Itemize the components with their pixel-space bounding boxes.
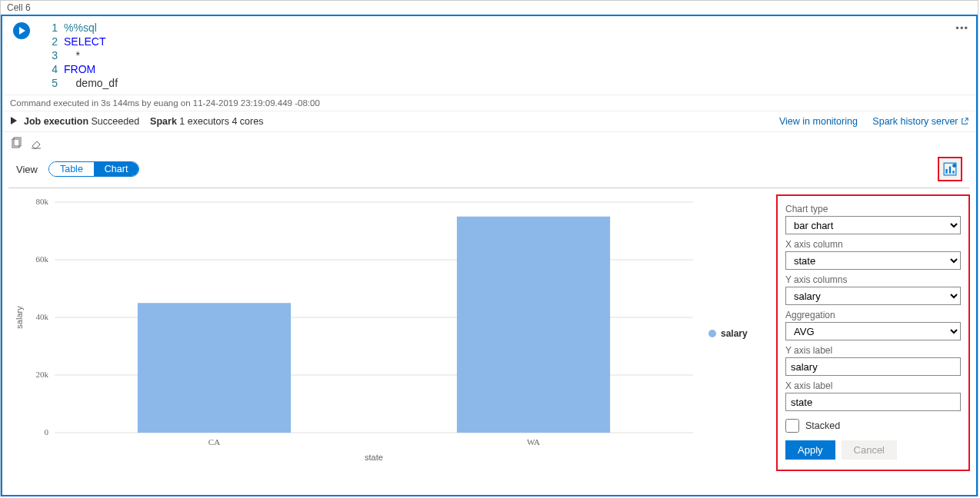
svg-rect-17 — [138, 303, 291, 433]
view-toggle: Table Chart — [48, 161, 139, 177]
more-menu-button[interactable]: ••• — [955, 22, 968, 34]
chart-type-select[interactable]: bar chart — [785, 216, 961, 234]
execution-status-text: Command executed in 3s 144ms by euang on… — [2, 95, 976, 111]
cancel-button[interactable]: Cancel — [842, 440, 897, 460]
external-link-icon — [961, 118, 968, 125]
svg-text:CA: CA — [208, 437, 220, 447]
svg-rect-3 — [945, 169, 947, 174]
svg-point-6 — [952, 164, 956, 168]
chart-config-panel: Chart type bar chart X axis column state… — [776, 194, 970, 471]
svg-rect-19 — [457, 217, 610, 433]
chart-legend: salary — [708, 194, 762, 473]
spark-label: Spark — [150, 116, 177, 127]
svg-text:salary: salary — [15, 306, 24, 329]
spark-detail: 1 executors 4 cores — [179, 116, 263, 127]
svg-text:40k: 40k — [36, 312, 49, 321]
stacked-checkbox[interactable] — [785, 419, 799, 433]
spark-history-server-link[interactable]: Spark history server — [872, 116, 968, 127]
svg-rect-4 — [949, 167, 951, 174]
view-in-monitoring-link[interactable]: View in monitoring — [779, 116, 858, 127]
chart-config-icon — [943, 162, 957, 176]
x-axis-label-label: X axis label — [785, 380, 961, 391]
x-axis-label-input[interactable] — [785, 393, 961, 411]
code-editor[interactable]: 1 2 3 4 5 %%sql SELECT * FROM demo_df — [2, 16, 976, 95]
job-execution-row: Job execution Succeeded Spark 1 executor… — [2, 111, 976, 132]
view-table-tab[interactable]: Table — [49, 162, 94, 176]
run-cell-button[interactable] — [13, 22, 30, 39]
svg-text:state: state — [365, 453, 383, 462]
svg-text:0: 0 — [45, 427, 49, 437]
view-label: View — [16, 164, 38, 175]
y-axis-label-label: Y axis label — [785, 345, 961, 356]
svg-rect-5 — [952, 171, 954, 173]
play-icon — [18, 27, 26, 35]
y-axis-columns-select[interactable]: salary — [785, 287, 961, 305]
view-chart-tab[interactable]: Chart — [94, 162, 139, 176]
legend-marker-icon — [708, 330, 716, 337]
legend-series-label: salary — [721, 328, 748, 339]
job-execution-status: Succeeded — [92, 116, 140, 127]
y-axis-columns-label: Y axis columns — [785, 274, 961, 285]
svg-text:20k: 20k — [36, 370, 49, 379]
apply-button[interactable]: Apply — [785, 440, 835, 460]
svg-text:60k: 60k — [36, 254, 49, 264]
svg-text:WA: WA — [527, 437, 540, 447]
copy-icon[interactable] — [10, 137, 22, 149]
y-axis-label-input[interactable] — [785, 357, 961, 376]
cell-title: Cell 6 — [1, 1, 978, 15]
expand-icon[interactable] — [10, 116, 18, 127]
aggregation-label: Aggregation — [785, 310, 961, 320]
svg-text:80k: 80k — [36, 197, 49, 206]
line-gutter: 1 2 3 4 5 — [41, 21, 64, 90]
erase-icon[interactable] — [30, 137, 42, 149]
chart-settings-button[interactable] — [938, 157, 962, 181]
chart-type-label: Chart type — [785, 204, 961, 214]
code-content[interactable]: %%sql SELECT * FROM demo_df — [64, 21, 118, 90]
chart-area: 020k40k60k80kCAWAstatesalary — [8, 194, 708, 473]
job-execution-label: Job execution — [24, 116, 88, 127]
x-axis-column-select[interactable]: state — [785, 251, 961, 270]
aggregation-select[interactable]: AVG — [785, 322, 961, 340]
stacked-label: Stacked — [805, 420, 840, 431]
x-axis-column-label: X axis column — [785, 239, 961, 250]
